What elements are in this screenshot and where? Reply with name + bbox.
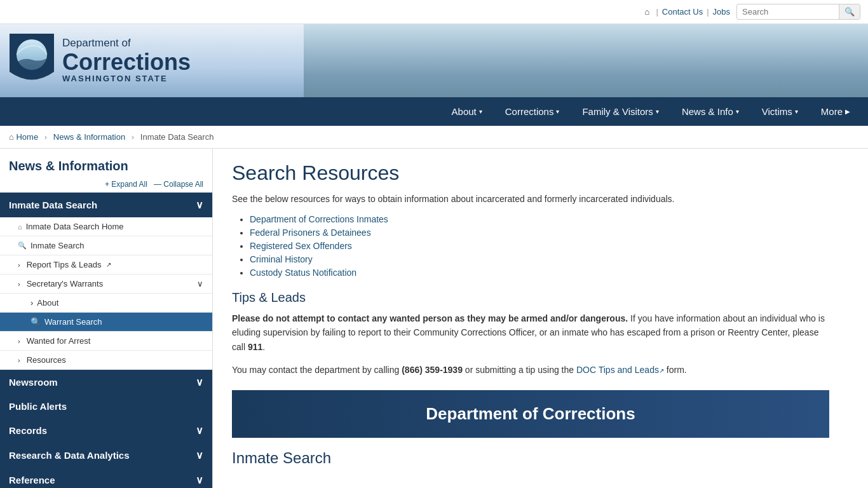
inmate-search-chevron: ∨ <box>196 199 203 211</box>
sidebar-warrant-search-label: Warrant Search <box>44 317 102 327</box>
resource-link-custody-status[interactable]: Custody Status Notification <box>250 268 356 278</box>
resource-link-criminal-history[interactable]: Criminal History <box>250 254 313 264</box>
main-nav: About ▾ Corrections ▾ Family & Visitors … <box>0 97 868 126</box>
sidebar-research-label: Research & Data Analytics <box>9 450 130 461</box>
logo-shield <box>6 30 57 91</box>
phone-paragraph: You may contact the department by callin… <box>232 363 829 377</box>
reference-chevron: ∨ <box>196 474 203 486</box>
inmate-search-heading: Inmate Search <box>232 449 829 467</box>
list-item: Federal Prisoners & Detainees <box>250 227 829 238</box>
collapse-all-link[interactable]: — Collapse All <box>154 180 203 189</box>
expand-icon-resources: › <box>18 356 20 364</box>
tips-911: 911 <box>248 342 262 352</box>
expand-icon-about: › <box>31 298 33 308</box>
doc-banner: Department of Corrections <box>232 390 829 438</box>
phone-suffix: form. <box>664 365 687 375</box>
expand-all-link[interactable]: + Expand All <box>105 180 147 189</box>
sidebar-expand-row: + Expand All — Collapse All <box>0 180 212 193</box>
sidebar-subitem-about[interactable]: › About <box>0 294 212 313</box>
sidebar-section-newsroom[interactable]: Newsroom ∨ <box>0 370 212 395</box>
research-chevron: ∨ <box>196 449 203 461</box>
phone-middle: or submitting a tip using the <box>463 365 576 375</box>
sidebar-warrants-label: Secretary's Warrants <box>27 279 103 288</box>
intro-text: See the below resources for ways to obta… <box>232 194 829 204</box>
phone-prefix: You may contact the department by callin… <box>232 365 402 375</box>
breadcrumb-current: Inmate Data Search <box>140 132 214 142</box>
list-item: Department of Corrections Inmates <box>250 214 829 224</box>
sidebar-newsroom-label: Newsroom <box>9 377 58 388</box>
sidebar-item-resources[interactable]: › Resources <box>0 351 212 370</box>
nav-item-news-info[interactable]: News & Info ▾ <box>670 97 750 126</box>
nav-item-about[interactable]: About ▾ <box>440 97 494 126</box>
top-bar-sep2: | <box>707 7 709 17</box>
resource-list: Department of Corrections Inmates Federa… <box>232 214 829 278</box>
search-input[interactable] <box>737 5 839 18</box>
sidebar-item-report-tips[interactable]: › Report Tips & Leads ↗ <box>0 255 212 274</box>
sidebar-tips-label: Report Tips & Leads <box>27 260 102 269</box>
resource-link-federal-prisoners[interactable]: Federal Prisoners & Detainees <box>250 227 371 238</box>
home-icon: ⌂ <box>645 7 650 17</box>
list-item: Registered Sex Offenders <box>250 241 829 251</box>
breadcrumb: ⌂ Home › News & Information › Inmate Dat… <box>0 126 868 149</box>
sidebar-records-label: Records <box>9 425 47 436</box>
tips-paragraph: Please do not attempt to contact any wan… <box>232 311 829 354</box>
breadcrumb-level2-link[interactable]: News & Information <box>53 132 125 142</box>
tips-leads-heading: Tips & Leads <box>232 290 829 305</box>
nav-item-more[interactable]: More ▶ <box>810 97 862 126</box>
sidebar-section-reference[interactable]: Reference ∨ <box>0 468 212 488</box>
about-dropdown-arrow: ▾ <box>479 108 482 115</box>
nav-item-victims[interactable]: Victims ▾ <box>750 97 810 126</box>
phone-number: (866) 359-1939 <box>402 365 463 375</box>
top-bar-sep: | <box>656 7 658 17</box>
search-bar: 🔍 <box>736 4 860 20</box>
breadcrumb-home-link[interactable]: Home <box>16 132 38 142</box>
logo-text: Department of Corrections WASHINGTON STA… <box>62 37 191 84</box>
family-dropdown-arrow: ▾ <box>656 108 659 115</box>
resource-link-doc-inmates[interactable]: Department of Corrections Inmates <box>250 214 388 224</box>
sidebar-about-label: About <box>37 298 58 308</box>
victims-dropdown-arrow: ▾ <box>795 108 798 115</box>
sidebar-section-records[interactable]: Records ∨ <box>0 418 212 443</box>
sidebar-item-wanted-for-arrest[interactable]: › Wanted for Arrest <box>0 332 212 351</box>
search-button[interactable]: 🔍 <box>839 4 860 19</box>
expand-icon-tips: › <box>18 261 20 269</box>
breadcrumb-sep2: › <box>132 132 134 142</box>
contact-us-link[interactable]: Contact Us <box>662 7 703 17</box>
tips-bold-text: Please do not attempt to contact any wan… <box>232 313 628 323</box>
sidebar-item-inmate-home[interactable]: ⌂ Inmate Data Search Home <box>0 217 212 236</box>
top-bar: ⌂ | Contact Us | Jobs 🔍 <box>0 0 868 24</box>
sidebar-subitem-warrant-search[interactable]: 🔍 Warrant Search <box>0 313 212 332</box>
list-item: Criminal History <box>250 254 829 264</box>
sidebar-item-inmate-search[interactable]: 🔍 Inmate Search <box>0 236 212 255</box>
sidebar-item-secretarys-warrants[interactable]: › Secretary's Warrants ∨ <box>0 274 212 294</box>
more-dropdown-arrow: ▶ <box>845 108 850 115</box>
sidebar-section-inmate-data-search[interactable]: Inmate Data Search ∨ <box>0 193 212 217</box>
expand-icon-warrants: › <box>18 280 20 288</box>
sidebar-section-public-alerts[interactable]: Public Alerts <box>0 395 212 418</box>
nav-item-corrections[interactable]: Corrections ▾ <box>494 97 571 126</box>
sidebar-title: News & Information <box>0 159 212 180</box>
phone-link-text: DOC Tips and Leads <box>576 365 659 375</box>
breadcrumb-sep1: › <box>44 132 47 142</box>
corrections-dropdown-arrow: ▾ <box>556 108 559 115</box>
sidebar: News & Information + Expand All — Collap… <box>0 149 213 488</box>
warrants-chevron: ∨ <box>197 279 203 288</box>
records-chevron: ∨ <box>196 424 203 437</box>
news-dropdown-arrow: ▾ <box>736 108 739 115</box>
jobs-link[interactable]: Jobs <box>713 7 730 17</box>
sidebar-inmate-home-label: Inmate Data Search Home <box>26 222 124 231</box>
resource-link-sex-offenders[interactable]: Registered Sex Offenders <box>250 241 352 251</box>
site-header: Department of Corrections WASHINGTON STA… <box>0 24 868 97</box>
sidebar-resources-label: Resources <box>27 355 66 365</box>
doc-tips-link[interactable]: DOC Tips and Leads↗ <box>576 365 664 375</box>
external-link-icon: ↗ <box>106 261 111 268</box>
list-item: Custody Status Notification <box>250 268 829 278</box>
nav-item-family-visitors[interactable]: Family & Visitors ▾ <box>571 97 670 126</box>
breadcrumb-home-icon: ⌂ <box>9 132 14 142</box>
tips-period: . <box>262 342 265 352</box>
sidebar-wanted-label: Wanted for Arrest <box>27 336 91 346</box>
sidebar-inmate-search-label: Inmate Data Search <box>9 200 97 210</box>
sidebar-section-research[interactable]: Research & Data Analytics ∨ <box>0 443 212 468</box>
home-icon: ⌂ <box>18 223 22 231</box>
dept-line1: Department of <box>62 37 191 50</box>
